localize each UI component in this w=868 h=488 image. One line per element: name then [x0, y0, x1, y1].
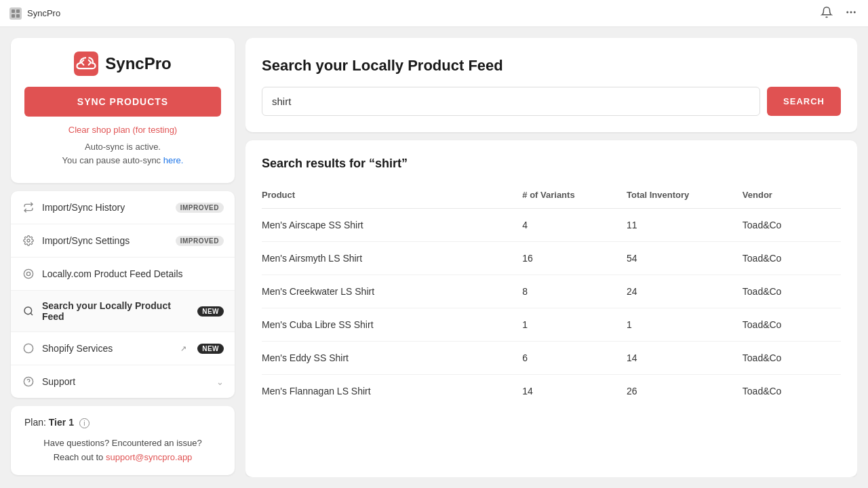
svg-point-4	[846, 11, 848, 13]
cell-inventory: 24	[627, 275, 743, 308]
results-table: Product # of Variants Total Inventory Ve…	[262, 184, 841, 407]
search-product-feed-label: Search your Locally Product Feed	[42, 300, 191, 322]
improved-badge-history: IMPROVED	[176, 203, 224, 213]
table-row: Men's Creekwater LS Shirt 8 24 Toad&Co	[262, 275, 841, 308]
cell-product: Men's Creekwater LS Shirt	[262, 275, 522, 308]
search-section: Search your Locally Product Feed SEARCH	[245, 38, 857, 132]
search-input[interactable]	[262, 87, 760, 116]
plan-text: Plan: Tier 1 i	[24, 417, 221, 428]
topbar: SyncPro	[0, 0, 868, 27]
brand-name: SyncPro	[105, 54, 171, 73]
cell-product: Men's Eddy SS Shirt	[262, 342, 522, 375]
svg-rect-3	[16, 14, 20, 18]
cell-product: Men's Airscape SS Shirt	[262, 209, 522, 242]
cell-inventory: 26	[627, 375, 743, 408]
notification-button[interactable]	[819, 5, 834, 22]
cell-vendor: Toad&Co	[743, 242, 841, 275]
questions-text: Have questions? Encountered an issue? Re…	[24, 436, 221, 465]
sidebar-item-import-sync-history[interactable]: Import/Sync History IMPROVED	[11, 191, 235, 224]
brand-logo: SyncPro	[74, 52, 171, 76]
plan-info-icon[interactable]: i	[79, 418, 90, 428]
search-row: SEARCH	[262, 87, 841, 116]
search-section-title: Search your Locally Product Feed	[262, 57, 841, 75]
more-options-button[interactable]	[844, 5, 859, 22]
sidebar-item-shopify-services[interactable]: Shopify Services ↗ NEW	[11, 332, 235, 365]
external-link-icon: ↗	[180, 344, 186, 353]
new-badge-search: NEW	[197, 306, 224, 317]
svg-point-5	[850, 11, 852, 13]
clear-plan-link[interactable]: Clear shop plan (for testing)	[68, 125, 177, 135]
cell-inventory: 54	[627, 242, 743, 275]
chevron-down-icon: ⌄	[216, 377, 224, 387]
cell-inventory: 14	[627, 342, 743, 375]
svg-rect-0	[12, 9, 15, 13]
svg-point-11	[24, 307, 32, 314]
cell-vendor: Toad&Co	[743, 308, 841, 342]
sidebar-item-import-sync-settings[interactable]: Import/Sync Settings IMPROVED	[11, 224, 235, 258]
table-body: Men's Airscape SS Shirt 4 11 Toad&Co Men…	[262, 209, 841, 408]
plan-card: Plan: Tier 1 i Have questions? Encounter…	[11, 406, 235, 475]
new-badge-shopify: NEW	[197, 344, 224, 354]
svg-point-9	[24, 269, 33, 278]
brand-section: SyncPro SYNC PRODUCTS Clear shop plan (f…	[24, 52, 221, 169]
locally-icon	[22, 267, 35, 281]
col-header-variants: # of Variants	[522, 184, 627, 209]
sync-icon	[22, 201, 35, 214]
brand-card: SyncPro SYNC PRODUCTS Clear shop plan (f…	[11, 38, 235, 183]
svg-point-10	[26, 272, 30, 275]
cell-inventory: 11	[627, 209, 743, 242]
cell-variants: 4	[522, 209, 627, 242]
svg-point-6	[854, 11, 856, 13]
app-icon	[9, 7, 22, 20]
sync-products-button[interactable]: SYNC PRODUCTS	[24, 87, 221, 117]
cell-vendor: Toad&Co	[743, 342, 841, 375]
logo-icon	[74, 52, 98, 76]
cell-inventory: 1	[627, 308, 743, 342]
support-icon	[22, 375, 35, 388]
col-header-product: Product	[262, 184, 522, 209]
shopify-services-label: Shopify Services	[42, 343, 174, 354]
svg-point-8	[27, 239, 30, 242]
app-title: SyncPro	[27, 8, 60, 18]
cell-variants: 6	[522, 342, 627, 375]
cell-product: Men's Flannagan LS Shirt	[262, 375, 522, 408]
cell-variants: 8	[522, 275, 627, 308]
auto-sync-text: Auto-sync is active. You can pause auto-…	[62, 140, 184, 167]
col-header-vendor: Vendor	[743, 184, 841, 209]
table-row: Men's Airsmyth LS Shirt 16 54 Toad&Co	[262, 242, 841, 275]
cell-variants: 1	[522, 308, 627, 342]
table-row: Men's Cuba Libre SS Shirt 1 1 Toad&Co	[262, 308, 841, 342]
main-layout: SyncPro SYNC PRODUCTS Clear shop plan (f…	[0, 27, 868, 488]
table-row: Men's Eddy SS Shirt 6 14 Toad&Co	[262, 342, 841, 375]
table-row: Men's Airscape SS Shirt 4 11 Toad&Co	[262, 209, 841, 242]
cell-vendor: Toad&Co	[743, 375, 841, 408]
nav-card: Import/Sync History IMPROVED Import/Sync…	[11, 191, 235, 398]
results-title: Search results for “shirt”	[262, 157, 841, 171]
cell-vendor: Toad&Co	[743, 209, 841, 242]
import-sync-history-label: Import/Sync History	[42, 202, 169, 213]
cell-variants: 14	[522, 375, 627, 408]
svg-rect-2	[12, 14, 15, 18]
sidebar-item-locally-product-feed[interactable]: Locally.com Product Feed Details	[11, 258, 235, 291]
cell-vendor: Toad&Co	[743, 275, 841, 308]
table-header: Product # of Variants Total Inventory Ve…	[262, 184, 841, 209]
support-label: Support	[42, 376, 210, 387]
sidebar-item-support[interactable]: Support ⌄	[11, 365, 235, 398]
search-button[interactable]: SEARCH	[767, 87, 841, 116]
svg-rect-1	[16, 9, 20, 13]
sidebar-item-search-product-feed[interactable]: Search your Locally Product Feed NEW	[11, 291, 235, 332]
topbar-left: SyncPro	[9, 7, 60, 20]
svg-line-12	[31, 313, 33, 315]
topbar-right	[819, 5, 859, 22]
cell-product: Men's Cuba Libre SS Shirt	[262, 308, 522, 342]
svg-point-13	[24, 344, 33, 352]
pause-auto-sync-link[interactable]: here.	[163, 155, 184, 165]
locally-product-feed-label: Locally.com Product Feed Details	[42, 268, 224, 279]
main-content: Search your Locally Product Feed SEARCH …	[245, 38, 857, 477]
col-header-inventory: Total Inventory	[627, 184, 743, 209]
import-sync-settings-label: Import/Sync Settings	[42, 235, 169, 246]
results-section: Search results for “shirt” Product # of …	[245, 140, 857, 477]
support-email-link[interactable]: support@syncpro.app	[106, 452, 192, 462]
sidebar: SyncPro SYNC PRODUCTS Clear shop plan (f…	[11, 38, 235, 477]
search-icon	[22, 304, 35, 318]
